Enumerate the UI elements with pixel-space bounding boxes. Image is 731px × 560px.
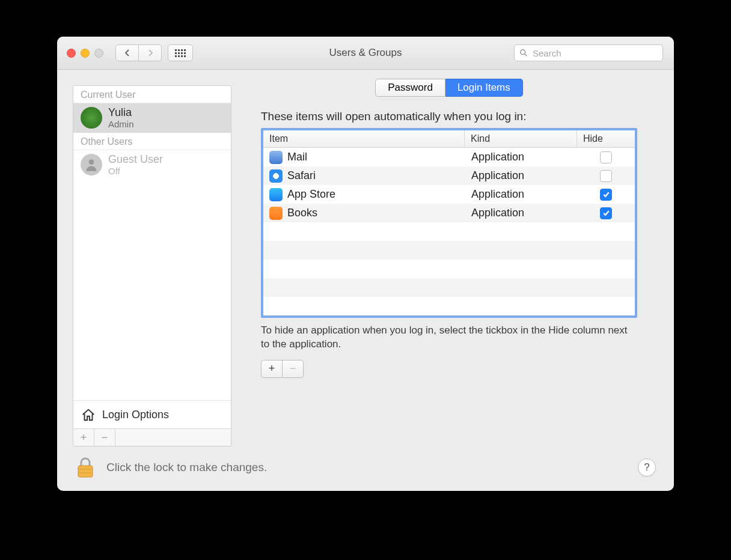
user-role: Admin [108,119,134,129]
login-options-label: Login Options [102,409,169,421]
col-item[interactable]: Item [263,130,465,147]
item-name: App Store [287,188,335,201]
search-field[interactable] [514,44,663,61]
zoom-window [94,49,103,58]
table-row[interactable]: MailApplication [263,148,635,166]
guest-status: Off [108,166,163,176]
hide-checkbox[interactable] [600,189,612,201]
users-sidebar: Current User Yulia Admin Other Users Gue… [73,85,231,446]
forward-button[interactable] [139,44,162,61]
guest-user-row[interactable]: Guest User Off [73,150,231,180]
search-icon [519,49,528,57]
appstore-icon [269,188,283,201]
login-options-button[interactable]: Login Options [73,400,231,428]
item-name: Safari [287,169,316,182]
table-row[interactable]: App StoreApplication [263,185,635,204]
svg-point-2 [89,160,94,165]
lock-message: Click the lock to make changes. [106,461,267,474]
remove-user-button[interactable]: − [94,429,115,446]
item-add-remove: + − [261,360,637,378]
safari-icon [269,169,283,183]
main-panel: Password Login Items These items will op… [240,85,658,446]
item-name: Books [287,207,317,219]
lock-icon[interactable] [75,456,96,479]
tab-bar: Password Login Items [240,79,658,97]
current-user-row[interactable]: Yulia Admin [73,103,231,133]
table-row-empty [263,297,635,315]
tab-password[interactable]: Password [375,79,445,97]
col-kind[interactable]: Kind [465,130,577,147]
col-hide[interactable]: Hide [577,130,628,147]
grid-icon [175,49,186,57]
table-header: Item Kind Hide [263,130,635,148]
item-kind: Application [465,169,577,182]
table-row-empty [263,222,635,241]
house-icon [81,407,96,422]
mail-icon [269,151,283,164]
footer: Click the lock to make changes. ? [73,456,658,479]
hide-checkbox[interactable] [600,207,612,219]
item-kind: Application [465,151,577,163]
minimize-window[interactable] [81,49,90,58]
show-all-button[interactable] [168,44,193,61]
table-row[interactable]: BooksApplication [263,204,635,222]
table-row-empty [263,241,635,260]
hide-hint: To hide an application when you log in, … [261,324,637,352]
login-items-table: Item Kind Hide MailApplicationSafariAppl… [261,128,637,318]
back-button[interactable] [115,44,139,61]
chevron-right-icon [147,49,153,57]
user-avatar-icon [81,107,102,129]
sidebar-add-remove: + − [73,428,231,446]
table-row-empty [263,260,635,278]
item-kind: Application [465,207,577,219]
remove-item-button[interactable]: − [283,360,304,378]
help-button[interactable]: ? [638,458,656,476]
close-window[interactable] [67,49,76,58]
svg-point-0 [521,50,525,55]
titlebar: Users & Groups [57,37,674,70]
svg-line-1 [525,54,527,56]
chevron-left-icon [124,49,130,57]
add-item-button[interactable]: + [261,360,283,378]
tab-login-items[interactable]: Login Items [445,79,523,97]
table-row[interactable]: SafariApplication [263,166,635,185]
user-name: Yulia [108,107,134,119]
table-row-empty [263,278,635,297]
panel-description: These items will open automatically when… [261,110,637,123]
guest-avatar-icon [81,154,102,175]
add-user-button[interactable]: + [73,429,94,446]
other-users-header: Other Users [73,133,231,150]
guest-name: Guest User [108,154,163,166]
hide-checkbox[interactable] [600,151,612,163]
item-kind: Application [465,188,577,201]
nav-buttons [115,44,162,61]
window-controls [67,49,103,58]
preferences-window: Users & Groups Current User Yulia Admin … [57,37,674,491]
current-user-header: Current User [73,86,231,103]
item-name: Mail [287,151,307,163]
search-input[interactable] [531,47,658,59]
hide-checkbox[interactable] [600,170,612,182]
svg-rect-3 [78,466,93,477]
books-icon [269,207,283,220]
